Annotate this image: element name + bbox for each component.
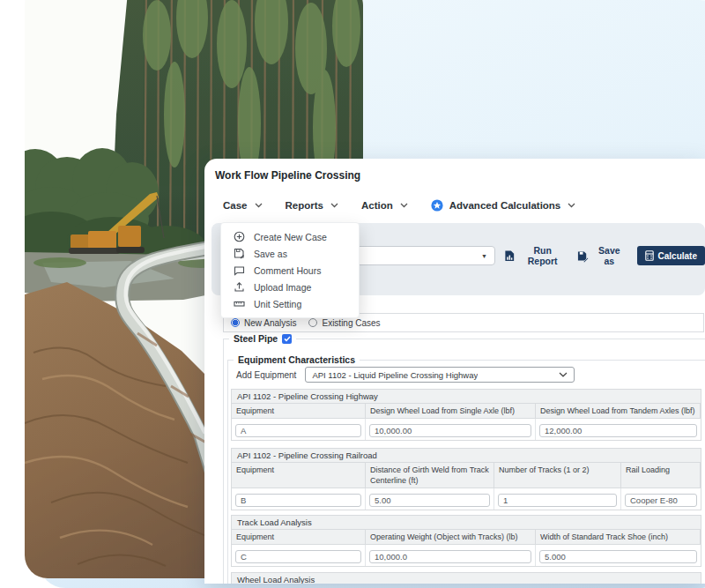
run-report-button[interactable]: Run Report bbox=[504, 245, 566, 266]
radio-existing-cases[interactable]: Existing Cases bbox=[308, 318, 380, 328]
equipment-input[interactable] bbox=[235, 424, 361, 437]
section-title: Track Load Analysis bbox=[232, 516, 701, 530]
ruler-icon bbox=[234, 298, 245, 309]
upload-icon bbox=[234, 281, 245, 293]
section-track-load: Track Load Analysis Equipment Operating … bbox=[231, 515, 701, 567]
equipment-input[interactable] bbox=[235, 494, 361, 507]
menu-item-save-as[interactable]: Save as bbox=[221, 245, 359, 262]
menu-item-comment-hours[interactable]: Comment Hours bbox=[221, 262, 359, 279]
single-axle-load-input[interactable] bbox=[369, 424, 531, 437]
page-title: Work Flow Pipeline Crossing bbox=[215, 169, 360, 182]
menu-action[interactable]: Action bbox=[361, 200, 408, 211]
section-highway: API 1102 - Pipeline Crossing Highway Equ… bbox=[231, 389, 701, 441]
column-header: Equipment bbox=[232, 530, 366, 545]
column-header: Design Wheel Load from Tandem Axles (lbf… bbox=[536, 404, 701, 419]
menu-item-unit-setting[interactable]: Unit Setting bbox=[221, 295, 359, 312]
save-as-icon bbox=[577, 249, 589, 263]
comment-icon bbox=[234, 264, 245, 276]
radio-unselected-icon bbox=[308, 318, 317, 327]
star-badge-icon bbox=[431, 199, 443, 212]
column-header: Equipment bbox=[232, 463, 366, 488]
menu-advanced-calculations[interactable]: Advanced Calculations bbox=[431, 199, 576, 212]
menu-case[interactable]: Case bbox=[223, 200, 263, 211]
girth-weld-distance-input[interactable] bbox=[369, 494, 490, 507]
chevron-down-icon bbox=[568, 203, 575, 208]
tandem-axle-load-input[interactable] bbox=[539, 424, 697, 437]
menubar: Case Reports Action bbox=[223, 197, 598, 213]
add-equipment-select[interactable]: API 1102 - Liquid Pipeline Crossing High… bbox=[305, 367, 575, 383]
chevron-down-icon bbox=[330, 203, 338, 208]
section-title: Wheel Load Analysis bbox=[232, 573, 701, 584]
add-equipment-label: Add Equipment bbox=[236, 370, 296, 380]
steel-pipe-checkbox[interactable] bbox=[282, 334, 292, 344]
operating-weight-input[interactable] bbox=[369, 550, 531, 563]
toolbar-actions: Run Report Save as Calculate bbox=[504, 246, 705, 265]
track-shoe-width-input[interactable] bbox=[539, 550, 697, 563]
chevron-down-icon bbox=[559, 372, 568, 377]
calculator-icon bbox=[645, 250, 654, 261]
column-header: Number of Tracks (1 or 2) bbox=[494, 463, 621, 488]
column-header: Design Wheel Load from Single Axle (lbf) bbox=[366, 404, 536, 419]
radio-selected-icon bbox=[231, 318, 240, 327]
equipment-input[interactable] bbox=[235, 550, 361, 563]
chevron-down-icon bbox=[255, 203, 263, 208]
page: Work Flow Pipeline Crossing Case Reports… bbox=[0, 0, 705, 588]
menu-item-upload-image[interactable]: Upload Image bbox=[221, 279, 359, 295]
section-title: API 1102 - Pipeline Crossing Railroad bbox=[232, 449, 701, 463]
equipment-sections: API 1102 - Pipeline Crossing Highway Equ… bbox=[231, 389, 701, 584]
menu-item-create-new-case[interactable]: Create New Case bbox=[221, 228, 359, 245]
calculate-button[interactable]: Calculate bbox=[637, 246, 705, 265]
rail-loading-input[interactable] bbox=[625, 494, 697, 507]
column-header: Width of Standard Track Shoe (inch) bbox=[536, 530, 701, 545]
section-title: API 1102 - Pipeline Crossing Highway bbox=[232, 390, 701, 404]
add-equipment-row: Add Equipment API 1102 - Liquid Pipeline… bbox=[236, 367, 575, 383]
equipment-characteristics-legend: Equipment Characteristics bbox=[234, 354, 360, 365]
section-railroad: API 1102 - Pipeline Crossing Railroad Eq… bbox=[231, 448, 701, 510]
plus-circle-icon bbox=[234, 231, 245, 242]
save-as-icon bbox=[234, 248, 245, 259]
save-as-button[interactable]: Save as bbox=[577, 245, 625, 266]
steel-pipe-legend: Steel Pipe bbox=[229, 333, 296, 344]
case-menu-popup: Create New Case Save as Comment Hours Up… bbox=[220, 222, 360, 318]
number-of-tracks-input[interactable] bbox=[498, 494, 617, 507]
column-header: Equipment bbox=[232, 404, 366, 419]
column-header: Distance of Girth Weld from Track Center… bbox=[366, 463, 494, 488]
column-header: Rail Loading bbox=[621, 463, 701, 488]
section-wheel-load: Wheel Load Analysis Equipment Concentrat… bbox=[231, 572, 701, 584]
column-header: Operating Weight (Object with Tracks) (l… bbox=[366, 530, 536, 545]
radio-new-analysis[interactable]: New Analysis bbox=[231, 318, 296, 328]
chevron-down-icon bbox=[400, 203, 408, 208]
caret-down-icon: ▼ bbox=[481, 253, 487, 259]
report-file-icon bbox=[504, 249, 515, 263]
menu-reports[interactable]: Reports bbox=[286, 200, 338, 211]
